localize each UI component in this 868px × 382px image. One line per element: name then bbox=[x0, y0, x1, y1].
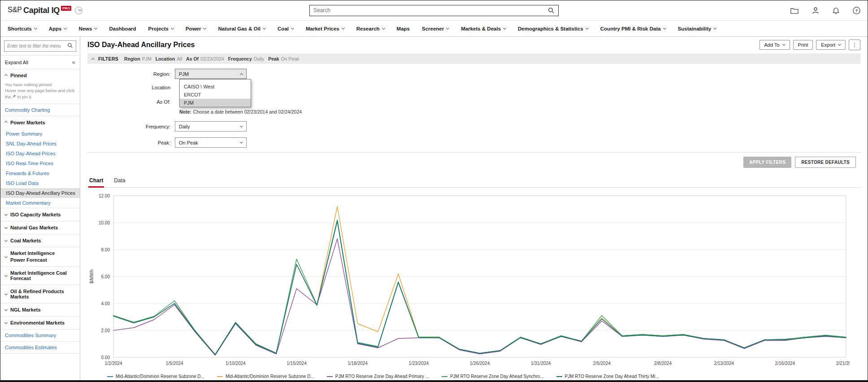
chevron-down-icon bbox=[838, 43, 841, 46]
sidebar-item-iso-real-time-prices[interactable]: ISO Real-Time Prices bbox=[0, 158, 80, 168]
sidebar-item-market-commentary[interactable]: Market Commentary bbox=[0, 198, 80, 208]
sidebar-section-ngl-markets[interactable]: NGL Markets bbox=[0, 303, 80, 316]
filters-band[interactable]: FILTERS RegionPJM LocationAll As Of02/23… bbox=[87, 53, 860, 64]
sidebar-item-iso-load-data[interactable]: ISO Load Data bbox=[0, 178, 80, 188]
search-input[interactable] bbox=[313, 7, 548, 13]
collapse-sidebar-icon[interactable] bbox=[72, 59, 75, 66]
expand-all-button[interactable]: Expand All bbox=[0, 55, 80, 69]
export-button[interactable]: Export bbox=[816, 40, 846, 50]
peak-row: Peak: On Peak bbox=[87, 137, 860, 148]
sidebar-item-commodities-summary[interactable]: Commodities Summary bbox=[0, 329, 80, 342]
x-tick-label: 1/31/2024 bbox=[531, 361, 551, 366]
content-area: Expand All Pinned You have nothing pinne… bbox=[0, 37, 868, 380]
chevron-down-icon bbox=[4, 213, 8, 216]
legend-item[interactable]: Mid-Atlantic/Dominion Reserve Subzone D.… bbox=[217, 374, 314, 379]
add-to-label: Add To bbox=[764, 42, 780, 48]
region-select[interactable]: PJM bbox=[175, 69, 247, 79]
nav-market-prices[interactable]: Market Prices bbox=[306, 26, 344, 31]
legend-item[interactable]: PJM RTO Reserve Zone Day Ahead Primary .… bbox=[327, 374, 429, 379]
more-options-button[interactable] bbox=[849, 40, 860, 50]
restore-defaults-button[interactable]: RESTORE DEFAULTS bbox=[795, 157, 856, 168]
profile-icon[interactable] bbox=[812, 7, 819, 14]
kebab-icon bbox=[852, 42, 857, 48]
region-option-ercot[interactable]: ERCOT bbox=[180, 91, 251, 99]
sidebar-section-coal-markets[interactable]: Coal Markets bbox=[0, 234, 80, 247]
sidebar-item-forwards-futures[interactable]: Forwards & Futures bbox=[0, 168, 80, 178]
legend-item[interactable]: PJM RTO Reserve Zone Day Ahead Thirty Mi… bbox=[556, 374, 659, 379]
pinned-section-header[interactable]: Pinned bbox=[0, 69, 80, 82]
help-icon[interactable]: ? bbox=[853, 7, 860, 14]
legend-item[interactable]: PJM RTO Reserve Zone Day Ahead Synchro..… bbox=[442, 374, 544, 379]
region-label: Region: bbox=[87, 71, 175, 77]
nav-projects[interactable]: Projects bbox=[148, 26, 174, 31]
environmental-markets-section: Environmental Markets bbox=[0, 316, 80, 329]
nav-demographics-statistics[interactable]: Demographics & Statistics bbox=[518, 26, 588, 31]
peak-select[interactable]: On Peak bbox=[175, 137, 247, 148]
region-option-pjm[interactable]: PJM bbox=[180, 99, 251, 107]
add-to-button[interactable]: Add To bbox=[760, 40, 790, 50]
sidebar-item-power-summary[interactable]: Power Summary bbox=[0, 129, 80, 139]
nav-news[interactable]: News bbox=[78, 26, 97, 31]
nav-markets-deals[interactable]: Markets & Deals bbox=[461, 26, 506, 31]
nav-shortcuts[interactable]: Shortcuts bbox=[8, 26, 37, 31]
section-title: Coal Markets bbox=[10, 238, 41, 243]
date-range-note: Note:Choose a date between 02/23/2014 an… bbox=[179, 109, 860, 114]
frequency-select[interactable]: Daily bbox=[175, 121, 247, 132]
oil-refined-products-section: Oil & Refined Products Markets bbox=[0, 285, 80, 303]
x-tick-label: 2/21/2024 bbox=[836, 361, 850, 366]
search-icon[interactable] bbox=[548, 7, 555, 14]
sidebar-section-iso-capacity-markets[interactable]: ISO Capacity Markets bbox=[0, 208, 80, 221]
chevron-down-icon bbox=[4, 292, 8, 295]
nav-natural-gas-oil[interactable]: Natural Gas & Oil bbox=[218, 26, 265, 31]
nav-dashboard[interactable]: Dashboard bbox=[109, 26, 136, 31]
power-markets-header[interactable]: Power Markets bbox=[0, 116, 80, 129]
nav-screener[interactable]: Screener bbox=[422, 26, 449, 31]
nav-maps[interactable]: Maps bbox=[397, 26, 410, 31]
legend-swatch bbox=[442, 376, 447, 377]
print-label: Print bbox=[798, 42, 808, 48]
sidebar-item-iso-day-ahead-prices[interactable]: ISO Day-Ahead Prices bbox=[0, 149, 80, 158]
region-option-caiso-west[interactable]: CAISO \ West bbox=[180, 83, 251, 91]
notifications-bell-icon[interactable] bbox=[833, 7, 839, 14]
sidebar-item-commodity-charting[interactable]: Commodity Charting bbox=[0, 104, 80, 116]
brand-sp: S&P bbox=[8, 6, 22, 14]
nav-sustainability[interactable]: Sustainability bbox=[678, 26, 716, 31]
x-tick-label: 1/5/2024 bbox=[166, 361, 183, 366]
tab-data[interactable]: Data bbox=[113, 176, 126, 187]
product-switcher-button[interactable] bbox=[75, 7, 82, 14]
search-icon[interactable] bbox=[67, 43, 73, 49]
nav-power[interactable]: Power bbox=[186, 26, 206, 31]
nav-label: Projects bbox=[148, 26, 169, 31]
menu-filter-input[interactable] bbox=[7, 44, 67, 48]
summary-value: All bbox=[177, 56, 182, 61]
sidebar-item-commodities-estimates[interactable]: Commodities Estimates bbox=[0, 342, 80, 354]
series-line-1 bbox=[113, 206, 846, 355]
legend-item[interactable]: Mid-Atlantic/Dominion Reserve Subzone D.… bbox=[107, 374, 204, 379]
sidebar-section-mi-power-forecast[interactable]: Market Intelligence Power Forecast bbox=[0, 247, 80, 266]
print-button[interactable]: Print bbox=[793, 40, 813, 50]
sidebar-section-mi-coal-forecast[interactable]: Market Intelligence Coal Forecast bbox=[0, 267, 80, 285]
nav-research[interactable]: Research bbox=[356, 26, 385, 31]
tab-chart[interactable]: Chart bbox=[88, 176, 104, 188]
nav-coal[interactable]: Coal bbox=[278, 26, 294, 31]
nav-label: Country PMI & Risk Data bbox=[600, 26, 661, 31]
nav-label: News bbox=[78, 26, 92, 31]
page-title: ISO Day-Ahead Ancillary Prices bbox=[87, 41, 195, 49]
chevron-down-icon bbox=[4, 274, 8, 277]
nav-label: Natural Gas & Oil bbox=[218, 26, 260, 31]
summary-key: As Of bbox=[186, 56, 199, 61]
filter-summary-peak: PeakOn Peak bbox=[268, 56, 299, 61]
peak-value: On Peak bbox=[179, 140, 198, 145]
sidebar-item-iso-day-ahead-ancillary-prices[interactable]: ISO Day-Ahead Ancillary Prices bbox=[0, 188, 80, 198]
sidebar-section-natural-gas-markets[interactable]: Natural Gas Markets bbox=[0, 221, 80, 234]
x-tick-label: 2/8/2024 bbox=[654, 361, 672, 366]
sidebar-section-oil-refined-products[interactable]: Oil & Refined Products Markets bbox=[0, 285, 80, 303]
nav-country-pmi-risk[interactable]: Country PMI & Risk Data bbox=[600, 26, 666, 31]
chevron-down-icon bbox=[171, 26, 174, 29]
sidebar-section-environmental-markets[interactable]: Environmental Markets bbox=[0, 316, 80, 329]
apply-filters-button[interactable]: APPLY FILTERS bbox=[743, 157, 791, 168]
documents-icon[interactable] bbox=[790, 7, 799, 14]
filters-form: Region: PJM CAISO \ West ERCOT PJM Locat… bbox=[87, 64, 860, 150]
nav-apps[interactable]: Apps bbox=[49, 26, 67, 31]
sidebar-item-snl-day-ahead-prices[interactable]: SNL Day-Ahead Prices bbox=[0, 139, 80, 149]
